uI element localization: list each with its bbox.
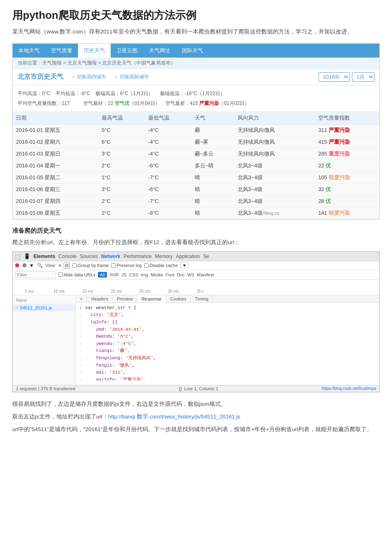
code-line-5: - bWendu: '5°C', [79, 333, 376, 340]
panel-cookies[interactable]: Cookies [166, 295, 191, 303]
filter-ws[interactable]: WS [187, 272, 194, 277]
devtools-panel-tabs: × Headers Preview Response Cookies Timin… [76, 295, 379, 303]
stats-line-2: 平均空气质量指数：117 空气最好：22 空气优（01月04日） 空气最差：41… [18, 98, 374, 108]
devtools-toolbar: ⬚ 📱 Elements Console Sources Network Per… [13, 252, 379, 261]
conclusion-2: 双击左边js文件，地址栏内出现了url：http://tianqi.数字.com… [12, 412, 380, 422]
nav-item-satellite[interactable]: 卫星云图 [111, 44, 143, 58]
cell-weather: 霾~多云 [192, 148, 234, 160]
clear-dot[interactable] [22, 263, 27, 267]
elements-tab[interactable]: Elements [33, 254, 55, 259]
search-icon[interactable]: 🔍 [37, 263, 43, 268]
network-tab[interactable]: Network [101, 254, 120, 259]
timeline-30ms: 30 ms [168, 289, 179, 294]
filter-media[interactable]: Media [151, 272, 163, 277]
list-view-icon[interactable]: ≡ [59, 263, 61, 268]
filter-manifest[interactable]: Manifest [197, 272, 214, 277]
devtools-mobile-icon[interactable]: 📱 [24, 253, 30, 259]
code-line-7: - tianqi: '霾', [79, 347, 376, 355]
memory-tab[interactable]: Memory [155, 254, 172, 259]
filter-all[interactable]: All [98, 272, 107, 278]
file-name[interactable]: 54511_20161.js [20, 305, 52, 310]
cell-date: 2016-01-06 星期三 [13, 183, 98, 195]
nav-item-history[interactable]: 历史天气 [78, 44, 111, 58]
filter-doc[interactable]: Doc [177, 272, 185, 277]
page-title: 用python爬取历史天气数据的方法示例 [12, 8, 380, 22]
cell-high: 3°C [98, 183, 145, 195]
record-dot[interactable] [15, 263, 19, 267]
nav-item-local[interactable]: 本地天气 [13, 44, 45, 58]
cell-aqi: 105 轻度污染 [315, 171, 379, 183]
filter-js[interactable]: JS [121, 272, 127, 277]
timeline-5ms: 5 ms [25, 289, 34, 294]
preserve-log-checkbox[interactable]: Preserve log [111, 263, 142, 268]
filter-font[interactable]: Font [165, 272, 174, 277]
weather-site-screenshot: 本地天气 空气质量 历史天气 卫星云图 天气网址 国际天气 当前位置：天气预报 … [12, 43, 380, 220]
code-line-9: - fengli: '微风', [79, 362, 376, 369]
panel-headers[interactable]: Headers [87, 295, 113, 303]
cell-aqi: 32 优 [315, 183, 379, 195]
weather-table-row: 2016-01-08 星期五 2°C -8°C 晴 北风3~4级//blog.c… [13, 207, 379, 219]
panel-close[interactable]: × [76, 295, 87, 303]
filter-xhr[interactable]: XHR [109, 272, 119, 277]
stats-line-1: 平均高温：0°C 平均低温：-8°C 极端高温：6°C（1月2日） 极端低温：-… [18, 89, 374, 98]
cell-low: -4°C [145, 136, 192, 148]
cell-weather: 霾 [192, 124, 234, 136]
section1-heading: 准备爬的历史天气 [12, 227, 380, 235]
se-tab[interactable]: Se [203, 254, 209, 259]
col-high: 最高气温 [98, 112, 145, 125]
performance-tab[interactable]: Performance [124, 254, 152, 259]
sources-tab[interactable]: Sources [80, 254, 98, 259]
cell-low: -4°C [145, 148, 192, 160]
group-view-icon[interactable]: ⊟ [64, 263, 70, 269]
cell-aqi: 311 严重污染 [315, 124, 379, 136]
code-line-8: - fengxiang: '无持续风向', [79, 355, 376, 362]
col-aqi: 空气质量指数 [315, 112, 379, 125]
cursor-position: {} Line 1, Column 1 [179, 386, 218, 391]
nav-item-international[interactable]: 国际天气 [176, 44, 209, 58]
cell-wind: 北风3~4级 [234, 195, 315, 207]
weather-table-row: 2016-01-05 星期二 1°C -7°C 晴 北风3~4级 105 轻度污… [13, 171, 379, 183]
cell-date: 2016-01-04 星期一 [13, 160, 98, 171]
conclusion-1: 很容易就找到了，左边是储存月度数据的js文件，右边是文件源代码，貌似json格式… [12, 400, 380, 409]
hide-data-urls-checkbox[interactable]: Hide data URLs [58, 272, 96, 277]
panel-preview[interactable]: Preview [113, 295, 137, 303]
filter-input[interactable] [15, 271, 56, 278]
cell-low: -4°C [145, 124, 192, 136]
panel-response[interactable]: Response [137, 295, 166, 303]
timeline-25ms: 25 ms [139, 289, 150, 294]
col-wind: 风向风力 [234, 112, 315, 125]
weather-table-row: 2016-01-03 星期日 3°C -4°C 霾~多云 无持续风向微风 285… [13, 148, 379, 160]
filter-img[interactable]: Img [141, 272, 148, 277]
timeline-15ms: 15 ms [82, 289, 93, 294]
file-item-js[interactable]: □ 54511_20161.js [13, 304, 76, 311]
filter-icon[interactable]: ▼ [29, 263, 34, 269]
nav-item-air[interactable]: 空气质量 [45, 44, 78, 58]
panel-timing[interactable]: Timing [191, 295, 213, 303]
cell-aqi: 285 重度污染 [315, 148, 379, 160]
devtools-status-bar: 1 requests | 375 B transferred {} Line 1… [13, 385, 379, 392]
month-select[interactable]: 1月 [352, 72, 374, 82]
group-by-frame-checkbox[interactable]: Group by frame [72, 263, 109, 268]
cell-high: 3°C [98, 148, 145, 160]
devtools-inspect-icon[interactable]: ⬚ [15, 253, 20, 260]
cell-weather: 晴 [192, 171, 234, 183]
switch-international[interactable]: ♀ 切换国际城市 [114, 73, 149, 80]
year-select[interactable]: 2016年 [318, 72, 350, 82]
conclusion-3: url中的"54511"是城市代码，"20161"是年份和月份代码。下一步就是找… [12, 425, 380, 434]
switch-domestic[interactable]: ♀ 切换国内城市 [71, 73, 106, 80]
nav-item-links[interactable]: 天气网址 [143, 44, 176, 58]
console-tab[interactable]: Console [58, 254, 76, 259]
filter-css[interactable]: CSS [129, 272, 138, 277]
throttle-dropdown[interactable]: ▼ [180, 263, 189, 268]
cell-high: 5°C [98, 124, 145, 136]
view-label: View: [45, 263, 56, 268]
js-url[interactable]: http://tianqi.数字.com/t/wea_history/js/54… [108, 414, 241, 420]
disable-cache-checkbox[interactable]: Disable cache [144, 263, 178, 268]
cell-aqi: 22 优 [315, 160, 379, 171]
cell-aqi: 141 轻度污染 [315, 207, 379, 219]
application-tab[interactable]: Application [176, 254, 200, 259]
cell-wind: 北风3~4级 [234, 183, 315, 195]
cell-weather: 晴 [192, 207, 234, 219]
weather-table-row: 2016-01-02 星期六 6°C -4°C 霾~雾 无持续风向微风 415 … [13, 136, 379, 148]
col-low: 最低气温 [145, 112, 192, 125]
